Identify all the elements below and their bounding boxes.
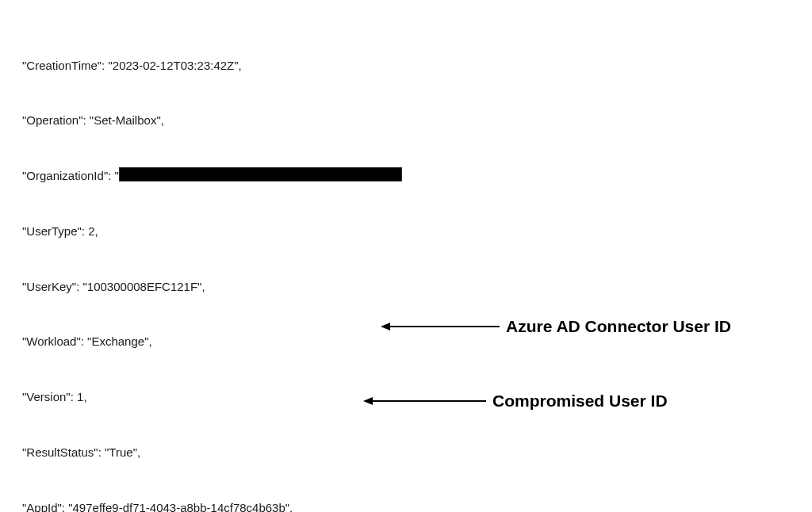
workload-value: Exchange (91, 334, 144, 348)
annotation-1: Azure AD Connector User ID (381, 317, 731, 336)
resultstatus-value: True (109, 445, 132, 459)
svg-marker-3 (363, 397, 373, 405)
appid-value: 497effe9-df71-4043-a8bb-14cf78c4b63b (73, 501, 285, 513)
appid-line: "AppId": "497effe9-df71-4043-a8bb-14cf78… (22, 499, 812, 513)
annotation-2: Compromised User ID (363, 392, 668, 411)
userkey-line: "UserKey": "100300008EFC121F", (22, 277, 812, 296)
prop: "CreationTime": " (22, 59, 113, 72)
org-id-line: "OrganizationId": " (22, 166, 812, 185)
operation-value: Set-Mailbox (94, 113, 156, 127)
creation-time-value: 2023-02-12T03:23:42Z (113, 59, 234, 72)
operation-line: "Operation": "Set-Mailbox", (22, 111, 812, 129)
arrow-left-icon (381, 321, 500, 332)
annotation-1-label: Azure AD Connector User ID (506, 317, 731, 336)
resultstatus-line: "ResultStatus": "True", (22, 443, 812, 461)
annotation-2-label: Compromised User ID (492, 392, 668, 411)
userkey-value: 100300008EFC121F (87, 280, 197, 293)
usertype-value: 2 (88, 224, 94, 238)
svg-marker-1 (381, 323, 390, 331)
json-log-block: "CreationTime": "2023-02-12T03:23:42Z", … (22, 19, 812, 512)
usertype-line: "UserType": 2, (22, 222, 812, 240)
org-id-redacted (119, 167, 402, 181)
creation-time-line: "CreationTime": "2023-02-12T03:23:42Z", (22, 56, 812, 75)
arrow-left-icon (363, 395, 486, 407)
